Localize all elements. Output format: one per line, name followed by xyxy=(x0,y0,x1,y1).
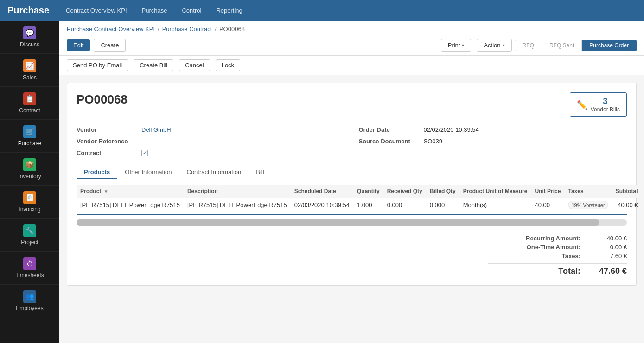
taxes-value: 7.60 € xyxy=(590,252,627,259)
col-header-taxes: Taxes xyxy=(564,185,612,198)
sidebar-item-project[interactable]: 🔧 Project xyxy=(0,219,59,252)
vendor-bills-count: 3 xyxy=(591,97,620,106)
col-header-scheduled-date: Scheduled Date xyxy=(291,185,353,198)
lock-button[interactable]: Lock xyxy=(216,59,240,71)
sidebar-label-contract: Contract xyxy=(19,107,40,114)
status-pipeline: RFQ RFQ Sent Purchase Order xyxy=(515,40,637,51)
cell-unit-price: 40.00 xyxy=(531,198,564,212)
print-dropdown[interactable]: Print ▾ xyxy=(441,39,472,52)
inventory-icon: 📦 xyxy=(23,158,36,171)
sidebar-item-invoicing[interactable]: 🧾 Invoicing xyxy=(0,186,59,219)
nav-link-reporting[interactable]: Reporting xyxy=(213,5,245,16)
vendor-label: Vendor xyxy=(77,126,137,133)
tab-bar: Products Other Information Contract Info… xyxy=(77,166,627,179)
col-header-received-qty: Received Qty xyxy=(383,185,426,198)
sidebar-item-discuss[interactable]: 💬 Discuss xyxy=(0,21,59,54)
one-time-amount-row: One-Time Amount: 0.00 € xyxy=(488,244,627,251)
col-header-product[interactable]: Product ▼ xyxy=(77,185,184,198)
cell-uom: Month(s) xyxy=(459,198,531,212)
action-dropdown[interactable]: Action ▾ xyxy=(477,39,511,52)
col-header-subtotal: Subtotal xyxy=(612,185,642,198)
contract-label: Contract xyxy=(77,149,137,156)
nav-link-control[interactable]: Control xyxy=(179,5,204,16)
discuss-icon: 💬 xyxy=(23,26,36,39)
col-header-billed-qty: Billed Qty xyxy=(426,185,459,198)
source-document-value: SO039 xyxy=(424,138,442,145)
sidebar-label-discuss: Discuss xyxy=(20,41,39,48)
contract-icon: 📋 xyxy=(23,92,36,105)
recurring-amount-value: 40.00 € xyxy=(590,235,627,242)
vendor-field-row: Vendor Dell GmbH xyxy=(77,126,345,133)
order-date-value: 02/02/2020 10:39:54 xyxy=(424,126,479,133)
sidebar-item-employees[interactable]: 👥 Employees xyxy=(0,285,59,317)
project-icon: 🔧 xyxy=(23,224,36,237)
sidebar-label-purchase: Purchase xyxy=(18,140,42,147)
breadcrumb-current: PO00068 xyxy=(219,26,245,32)
products-table: Product ▼ Description Scheduled Date Qua… xyxy=(77,185,642,212)
nav-link-purchase[interactable]: Purchase xyxy=(139,5,170,16)
breadcrumb-bar: Purchase Contract Overview KPI / Purchas… xyxy=(59,21,644,56)
tax-badge: 19% Vorsteuer xyxy=(568,201,608,209)
vendor-bills-button[interactable]: ✏️ 3 Vendor Bills xyxy=(570,92,627,117)
send-po-button[interactable]: Send PO by Email xyxy=(67,59,128,71)
breadcrumb-overview[interactable]: Purchase Contract Overview KPI xyxy=(67,26,155,32)
create-bill-button[interactable]: Create Bill xyxy=(134,59,173,71)
pipeline-rfq[interactable]: RFQ xyxy=(515,40,542,51)
action-caret-icon: ▾ xyxy=(503,43,505,48)
tab-other-information[interactable]: Other Information xyxy=(117,166,179,179)
create-button[interactable]: Create xyxy=(94,39,126,52)
cell-scheduled-date: 02/03/2020 10:39:54 xyxy=(291,198,353,212)
col-header-uom: Product Unit of Measure xyxy=(459,185,531,198)
col-header-quantity: Quantity xyxy=(353,185,383,198)
sidebar-label-employees: Employees xyxy=(16,305,43,311)
col-header-description: Description xyxy=(184,185,291,198)
source-document-label: Source Document xyxy=(359,138,419,145)
total-row: Total: 47.60 € xyxy=(488,263,627,276)
breadcrumb-contract[interactable]: Purchase Contract xyxy=(162,26,212,32)
po-number: PO00068 xyxy=(77,92,128,107)
edit-button[interactable]: Edit xyxy=(67,39,90,51)
contract-checkbox[interactable]: ✓ xyxy=(141,150,148,156)
sidebar-item-inventory[interactable]: 📦 Inventory xyxy=(0,153,59,186)
cell-quantity: 1.000 xyxy=(353,198,383,212)
order-date-label: Order Date xyxy=(359,126,419,133)
cell-product: [PE R7515] DELL PowerEdge R7515 xyxy=(77,198,184,212)
pipeline-rfq-sent[interactable]: RFQ Sent xyxy=(542,40,582,51)
taxes-row: Taxes: 7.60 € xyxy=(488,252,627,259)
tab-bill[interactable]: Bill xyxy=(249,166,271,179)
sidebar-item-sales[interactable]: 📈 Sales xyxy=(0,54,59,87)
cell-description: [PE R7515] DELL PowerEdge R7515 xyxy=(184,198,291,212)
vendor-bills-label: Vendor Bills xyxy=(591,106,620,113)
taxes-label: Taxes: xyxy=(488,252,580,259)
sidebar-item-contract[interactable]: 📋 Contract xyxy=(0,87,59,120)
cell-subtotal: 40.00 € xyxy=(612,198,642,212)
sidebar-item-timesheets[interactable]: ⏱ Timesheets xyxy=(0,252,59,285)
order-date-field-row: Order Date 02/02/2020 10:39:54 xyxy=(359,126,627,133)
tab-products[interactable]: Products xyxy=(77,166,117,179)
nav-links: Contract Overview KPI Purchase Control R… xyxy=(63,5,245,16)
table-row[interactable]: [PE R7515] DELL PowerEdge R7515 [PE R751… xyxy=(77,198,642,212)
vendor-reference-field-row: Vendor Reference xyxy=(77,138,345,145)
pipeline-purchase-order[interactable]: Purchase Order xyxy=(582,40,637,51)
one-time-amount-label: One-Time Amount: xyxy=(488,244,580,251)
invoicing-icon: 🧾 xyxy=(23,191,36,204)
horizontal-scrollbar[interactable] xyxy=(77,219,627,226)
cancel-button[interactable]: Cancel xyxy=(179,59,210,71)
total-value: 47.60 € xyxy=(590,266,627,276)
cell-received-qty: 0.000 xyxy=(383,198,426,212)
vendor-bills-icon: ✏️ xyxy=(577,100,587,110)
scrollbar-thumb xyxy=(77,219,599,226)
sidebar: 💬 Discuss 📈 Sales 📋 Contract 🛒 Purchase … xyxy=(0,21,59,343)
sidebar-item-purchase[interactable]: 🛒 Purchase xyxy=(0,120,59,153)
tab-contract-information[interactable]: Contract Information xyxy=(179,166,249,179)
sort-arrow-product: ▼ xyxy=(104,189,108,194)
recurring-amount-row: Recurring Amount: 40.00 € xyxy=(488,235,627,242)
cell-billed-qty: 0.000 xyxy=(426,198,459,212)
sidebar-label-sales: Sales xyxy=(23,74,37,81)
nav-link-contract-overview[interactable]: Contract Overview KPI xyxy=(63,5,130,16)
recurring-amount-label: Recurring Amount: xyxy=(488,235,580,242)
one-time-amount-value: 0.00 € xyxy=(590,244,627,251)
vendor-value[interactable]: Dell GmbH xyxy=(141,126,171,133)
form-area: PO00068 ✏️ 3 Vendor Bills Vendor xyxy=(59,75,644,343)
sidebar-label-inventory: Inventory xyxy=(18,173,41,180)
